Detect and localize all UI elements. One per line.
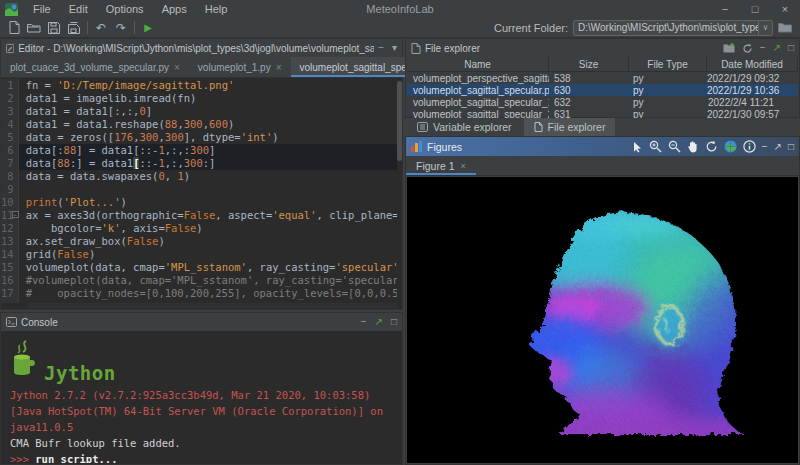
console-text: >>> (10, 453, 35, 463)
code-token: 'int' (241, 131, 273, 143)
code-line[interactable]: ax.set_draw_box(False) (26, 235, 397, 248)
new-file-button[interactable] (4, 19, 24, 37)
tab-variable-explorer[interactable]: Variable explorer (407, 118, 522, 136)
tab-label: File explorer (548, 121, 606, 133)
save-all-button[interactable] (64, 19, 84, 37)
close-tab-icon[interactable]: × (276, 62, 282, 73)
console-panel-title: Console (21, 317, 58, 328)
refresh-icon[interactable] (742, 43, 753, 54)
gutter-line-number: 1 (1, 79, 18, 92)
code-token: ax = axes3d(orthographic= (26, 209, 184, 221)
redo-button[interactable]: ↷ (111, 19, 131, 37)
code-token: print (26, 196, 58, 208)
console-minimize-icon[interactable]: − (361, 317, 367, 327)
code-line[interactable]: volumeplot(data, cmap='MPL_sstanom', ray… (26, 261, 397, 274)
column-header-date-modified[interactable]: Date Modified (707, 57, 798, 71)
console-maximize-icon[interactable]: □ (391, 317, 397, 327)
tab-figure-1[interactable]: Figure 1 × (406, 156, 476, 175)
window-close-button[interactable]: × (770, 0, 800, 18)
column-header-name[interactable]: Name (407, 57, 549, 71)
combo-dropdown-icon[interactable]: ∨ (758, 21, 772, 35)
undo-button[interactable]: ↶ (91, 19, 111, 37)
file-date-cell: 2022/2/4 11:21 (707, 97, 798, 108)
menu-help[interactable]: Help (196, 0, 237, 18)
file-explorer-maximize-icon[interactable]: □ (788, 43, 794, 53)
column-header-file-type[interactable]: File Type (629, 57, 707, 71)
rotate-icon[interactable] (705, 140, 718, 153)
gutter-line-number: 8 (1, 170, 18, 183)
save-button[interactable] (44, 19, 64, 37)
code-token: ] (209, 144, 215, 156)
code-line[interactable]: data1 = imagelib.imread(fn) (26, 92, 397, 105)
figures-minimize-icon[interactable]: − (762, 142, 768, 152)
tab-label: Variable explorer (433, 121, 512, 133)
zoom-out-icon[interactable] (668, 140, 681, 153)
scrollbar-thumb[interactable] (397, 81, 402, 161)
gutter-line-number: 4 (1, 118, 18, 131)
file-table: NameSizeFile TypeDate Modified volumeplo… (407, 57, 798, 117)
code-line[interactable]: fn = 'D:/Temp/image/sagittal.png' (26, 79, 397, 92)
identify-icon[interactable] (743, 140, 756, 153)
menu-file[interactable]: File (24, 0, 60, 18)
editor-vertical-scrollbar[interactable] (397, 79, 402, 303)
code-line[interactable]: # opacity_nodes=[0,100,200,255], opacity… (26, 287, 397, 300)
file-size-cell: 630 (549, 85, 629, 96)
browse-folder-button[interactable] (778, 22, 792, 33)
file-name-cell: volumeplot_sagittal_specular.py (407, 85, 549, 96)
run-script-button[interactable]: ▶ (138, 19, 158, 37)
code-line[interactable]: print('Plot...') (26, 196, 397, 209)
editor-menu-icon[interactable]: ▾ (392, 43, 397, 53)
editor-horizontal-scrollbar[interactable] (28, 303, 397, 308)
figures-panel: Figures − ↗ □ Figure 1 × (405, 136, 800, 465)
menu-edit[interactable]: Edit (60, 0, 97, 18)
close-tab-icon[interactable]: × (174, 62, 180, 73)
code-line[interactable]: grid(False) (26, 248, 397, 261)
code-token: ,:, (165, 157, 184, 169)
code-fold-icon[interactable]: − (12, 211, 19, 218)
menu-apps[interactable]: Apps (153, 0, 196, 18)
file-explorer-float-icon[interactable]: ↗ (773, 43, 781, 53)
figure-canvas[interactable] (407, 177, 798, 463)
editor-minimize-icon[interactable]: − (378, 43, 384, 53)
globe-icon[interactable] (724, 140, 737, 153)
pan-hand-icon[interactable] (687, 140, 699, 153)
code-line[interactable]: data = zeros([176,300,300], dtype='int') (26, 131, 397, 144)
current-folder-combobox[interactable]: D:\Working\MIScript\Jython\mis\plot_type… (573, 20, 773, 36)
cursor-icon[interactable] (631, 141, 643, 153)
code-line[interactable]: data[:88] = data1[::-1,:,:300] (19, 144, 397, 157)
gutter-line-number: 3 (1, 105, 18, 118)
new-folder-icon[interactable] (723, 43, 735, 53)
figures-maximize-icon[interactable]: □ (788, 142, 794, 152)
figures-float-icon[interactable]: ↗ (774, 142, 782, 152)
console-output[interactable]: Jython Jython 2.7.2 (v2.7.2:925a3cc3b49d… (2, 331, 401, 463)
file-explorer-minimize-icon[interactable]: − (760, 43, 766, 53)
code-line[interactable]: data1 = data1.reshape(88,300,600) (26, 118, 397, 131)
file-row[interactable]: volumeplot_sagittal_specular.py630py2022… (407, 84, 798, 96)
code-token: 'specular' (335, 261, 397, 273)
code-line[interactable]: #volumeplot(data, cmap='MPL_sstanom', ra… (26, 274, 397, 287)
code-line[interactable]: ax = axes3d(orthographic=False, aspect='… (26, 209, 397, 222)
jython-logo-text: Jython (44, 365, 116, 381)
file-row[interactable]: volumeplot_perspective_sagittal_sp...538… (407, 72, 798, 84)
file-row[interactable]: volumeplot_sagittal_specular_1.py632py20… (407, 96, 798, 108)
column-header-size[interactable]: Size (549, 57, 629, 71)
code-line[interactable]: data1 = data1[:,:,0] (26, 105, 397, 118)
code-line[interactable]: data = data.swapaxes(0, 1) (26, 170, 397, 183)
code-text[interactable]: fn = 'D:/Temp/image/sagittal.png'data1 =… (19, 79, 397, 303)
window-maximize-button[interactable]: □ (740, 0, 770, 18)
code-line[interactable]: bgcolor='k', axis=False) (26, 222, 397, 235)
open-file-button[interactable] (24, 19, 44, 37)
code-token: 300 (139, 131, 158, 143)
code-line[interactable] (26, 183, 397, 196)
tab-file-explorer[interactable]: File explorer (524, 118, 616, 136)
code-line[interactable]: data[88:] = data1[::-1,:,300:] (19, 157, 397, 170)
window-minimize-button[interactable]: − (710, 0, 740, 18)
menu-options[interactable]: Options (97, 0, 153, 18)
editor-tab[interactable]: plot_cuace_3d_volume_specular.py× (1, 57, 189, 77)
file-name-cell: volumeplot_sagittal_specular_1.py (407, 97, 549, 108)
console-float-icon[interactable]: ↗ (375, 317, 383, 327)
editor-tab[interactable]: volumeplot_1.py× (189, 57, 291, 77)
zoom-in-icon[interactable] (649, 140, 662, 153)
code-editor[interactable]: 1234567891011−121314151617 fn = 'D:/Temp… (1, 79, 397, 303)
close-figure-icon[interactable]: × (461, 161, 466, 171)
